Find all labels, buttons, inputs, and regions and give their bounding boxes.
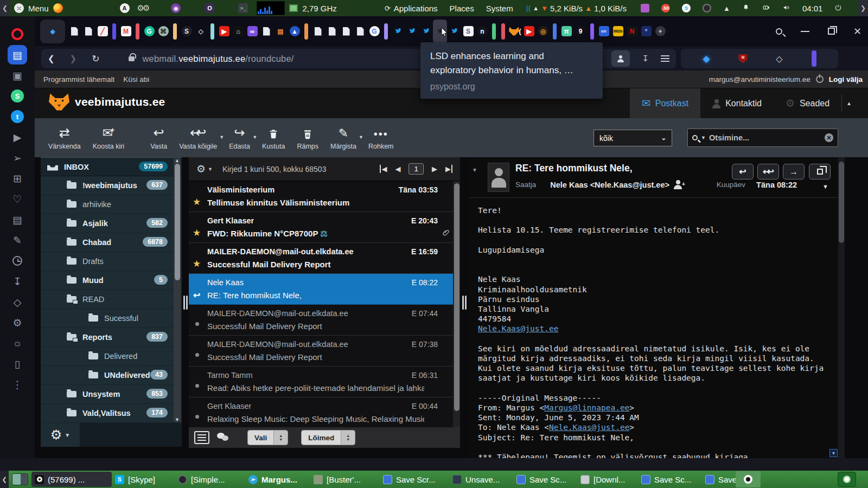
settings-gears-icon[interactable]: ⚙⚙: [137, 3, 149, 13]
sidebar-extensions-icon[interactable]: ◇: [7, 292, 28, 312]
more-headers-icon[interactable]: ▼: [822, 183, 828, 190]
tab-doc[interactable]: [325, 20, 339, 43]
tab-scholar[interactable]: S: [461, 20, 475, 43]
sidebar-compose-icon[interactable]: ✎: [7, 230, 28, 251]
task-save-sc-[interactable]: Save Sc...: [638, 472, 702, 487]
skype-tray-icon[interactable]: S: [682, 4, 691, 12]
sidebar-grid-icon[interactable]: ⊞: [7, 168, 28, 189]
downloads-icon[interactable]: ↧: [642, 54, 649, 63]
help-link[interactable]: Küsi abi: [123, 75, 149, 84]
tab-twitter[interactable]: [405, 20, 419, 43]
network-tray-icon[interactable]: ▲: [723, 4, 730, 12]
scrollbar-thumb[interactable]: [839, 162, 844, 243]
folder-arhiivike[interactable]: arhiivike: [41, 195, 182, 214]
logout-power-icon[interactable]: [816, 75, 824, 83]
message-row[interactable]: MAILER-DAEMON@mail-out.elkdata.eeE 07:38…: [189, 336, 453, 367]
tab-doc[interactable]: [259, 20, 273, 43]
task-margus-[interactable]: ➢Margus...: [245, 472, 310, 487]
reader-scrollbar[interactable]: [838, 157, 845, 458]
tab-doc[interactable]: [311, 20, 325, 43]
system-monitor-graph[interactable]: [257, 1, 285, 15]
add-contact-icon[interactable]: +: [674, 180, 685, 190]
tab-pattern[interactable]: *: [639, 20, 653, 43]
sidebar-panel-icon[interactable]: ▤: [7, 209, 28, 230]
task--downl-[interactable]: [Downl...: [577, 472, 638, 487]
folder-chabad[interactable]: Chabad6878: [41, 233, 182, 252]
unread-dot-icon[interactable]: [195, 384, 199, 388]
splitter-reader[interactable]: [461, 157, 468, 447]
profile-icon[interactable]: [611, 50, 630, 67]
message-row[interactable]: ↩Nele KaasE 08:22RE: Tere hommikust Nele…: [189, 274, 453, 305]
sidebar-aria-icon[interactable]: S: [7, 86, 28, 106]
search-tool-icon[interactable]: A: [120, 3, 130, 13]
scroll-bottom-icon[interactable]: ▼: [829, 449, 838, 457]
sidebar-twitter-icon[interactable]: t: [7, 106, 28, 127]
toolbar-reply-button[interactable]: ↩Vasta: [144, 120, 173, 155]
folder-asjalik[interactable]: Asjalik582: [41, 214, 182, 233]
task--simple-[interactable]: [Simple...: [175, 472, 245, 487]
reply-button[interactable]: ↩: [732, 164, 754, 179]
splitter-folders[interactable]: [182, 157, 189, 447]
body-link[interactable]: Nele.Kaas@just.ee: [478, 324, 558, 333]
body-link[interactable]: Margus@linnapea.ee: [544, 403, 629, 412]
tab-group-bar[interactable]: [492, 23, 496, 40]
tab-twitter[interactable]: [433, 20, 447, 43]
tab-imdb[interactable]: IMDb: [611, 20, 625, 43]
task-save-scr-[interactable]: Save Scr...: [380, 472, 449, 487]
folder-read[interactable]: READ: [41, 290, 182, 309]
message-row[interactable]: ★VälisministeeriumTäna 03:53Tellimuse ki…: [189, 181, 453, 212]
panel-expand-icon[interactable]: ❯: [858, 0, 868, 16]
star-icon[interactable]: ★: [193, 227, 201, 239]
back-icon[interactable]: ❮: [48, 54, 55, 63]
unread-dot-icon[interactable]: [195, 353, 199, 357]
toolbar-junk-button[interactable]: ♻Rämps: [291, 120, 324, 155]
tab-group-bar[interactable]: [173, 23, 177, 40]
tab-archive[interactable]: ⌂: [231, 20, 245, 43]
ublock-extension-icon[interactable]: u: [738, 54, 747, 63]
tab-twitter[interactable]: [419, 20, 433, 43]
task-save-sc-[interactable]: Save Sc...: [513, 472, 577, 487]
forward-button[interactable]: →: [783, 164, 805, 179]
places-menu[interactable]: Places: [450, 4, 474, 13]
tab-chatgpt[interactable]: ⌘: [156, 20, 170, 43]
sidebar-player-icon[interactable]: ▶: [7, 127, 28, 147]
taskbar-opera-icon[interactable]: [736, 471, 761, 487]
tab-group-bar[interactable]: [590, 23, 594, 40]
tune-icon[interactable]: [661, 55, 669, 62]
threads-icon[interactable]: [217, 433, 230, 442]
first-page-icon[interactable]: ◀: [380, 165, 387, 173]
tab-gmail[interactable]: M: [119, 20, 133, 43]
app-tray-icon[interactable]: [703, 4, 711, 12]
tab-google[interactable]: G: [367, 20, 381, 43]
tab-ring[interactable]: ◎: [536, 20, 550, 43]
folder-options-button[interactable]: ⚙▼: [41, 423, 80, 447]
lock-icon[interactable]: [129, 56, 135, 61]
folder-undelivered[interactable]: UNdelivered43: [41, 366, 182, 385]
reload-icon[interactable]: ↻: [92, 53, 99, 65]
folders-scrollbar[interactable]: ▲ ▼: [174, 158, 181, 422]
minimize-button[interactable]: [801, 31, 809, 32]
scroll-down-icon[interactable]: ▼: [174, 417, 181, 422]
tab-new-tab[interactable]: +: [653, 20, 667, 43]
wifi-signal-icon[interactable]: ▲: [533, 5, 539, 11]
task--57699-[interactable]: (57699) ...: [31, 472, 112, 487]
sidebar-downloads-icon[interactable]: ↧: [7, 271, 28, 292]
tab-group-bar[interactable]: [304, 23, 308, 40]
toolbar-compose-button[interactable]: ✉+Koosta kiri: [87, 120, 130, 155]
prev-page-icon[interactable]: ◀: [395, 165, 400, 173]
sidebar-phone-icon[interactable]: ▯: [7, 354, 28, 374]
tab-kontaktid[interactable]: Kontaktid: [700, 88, 774, 118]
scroll-up-icon[interactable]: ▲: [174, 158, 181, 163]
sidebar-settings-icon[interactable]: ⚙: [7, 312, 28, 333]
vpn-extension-icon[interactable]: ◆: [703, 53, 710, 65]
sidebar-history-icon[interactable]: [7, 251, 28, 271]
threads-dropdown[interactable]: Lõimed▲▼: [301, 430, 355, 445]
tab-group-bar[interactable]: [136, 23, 139, 40]
tab-seaded[interactable]: ⚙Seaded: [774, 88, 841, 118]
folder-muud[interactable]: Muud5: [41, 271, 182, 290]
battery-icon[interactable]: [762, 4, 770, 13]
opera-launcher-icon[interactable]: O: [205, 3, 214, 13]
tab-group-bar[interactable]: [553, 23, 557, 40]
system-menu[interactable]: System: [486, 4, 513, 13]
tab-nine[interactable]: 9: [573, 20, 588, 43]
